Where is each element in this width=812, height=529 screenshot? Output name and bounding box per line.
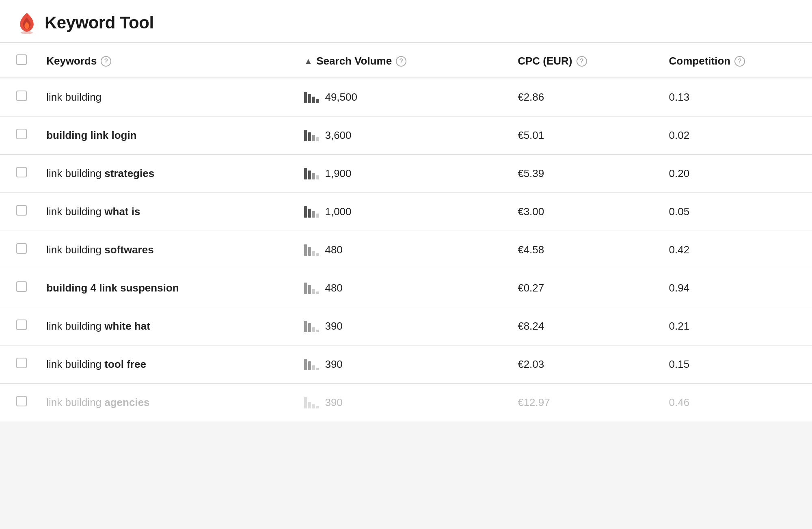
cpc-cell: €3.00 (510, 193, 661, 231)
volume-help-icon[interactable]: ? (396, 56, 406, 67)
competition-cell: 0.20 (661, 155, 812, 193)
keyword-table-container: Keywords ? ▲ Search Volume ? CPC (EUR) ? (0, 43, 812, 421)
row-checkbox[interactable] (16, 91, 27, 101)
keyword-bold-text: softwares (104, 244, 153, 256)
table-row: link building49,500€2.860.13 (0, 78, 812, 117)
volume-cell: 390 (296, 384, 510, 422)
volume-bar-icon (304, 168, 319, 179)
volume-bar-icon (304, 206, 319, 218)
keyword-cell: link building tool free (38, 345, 296, 384)
row-checkbox-cell (0, 78, 38, 117)
keyword-cell: link building softwares (38, 231, 296, 269)
row-checkbox-cell (0, 155, 38, 193)
cpc-help-icon[interactable]: ? (577, 56, 587, 67)
row-checkbox[interactable] (16, 320, 27, 330)
cpc-cell: €8.24 (510, 307, 661, 345)
volume-value: 49,500 (325, 91, 357, 104)
row-checkbox[interactable] (16, 396, 27, 406)
table-row: link building tool free390€2.030.15 (0, 345, 812, 384)
volume-cell: 1,000 (296, 193, 510, 231)
row-checkbox-cell (0, 269, 38, 307)
keywords-col-label: Keywords (46, 55, 97, 67)
cpc-cell: €5.01 (510, 117, 661, 155)
row-checkbox-cell (0, 193, 38, 231)
row-checkbox-cell (0, 307, 38, 345)
keyword-bold-text: tool free (104, 358, 146, 370)
keyword-table: Keywords ? ▲ Search Volume ? CPC (EUR) ? (0, 43, 812, 421)
row-checkbox-cell (0, 345, 38, 384)
header-volume[interactable]: ▲ Search Volume ? (296, 43, 510, 78)
keyword-cell: link building strategies (38, 155, 296, 193)
row-checkbox-cell (0, 117, 38, 155)
keywords-help-icon[interactable]: ? (101, 56, 111, 67)
table-body: link building49,500€2.860.13building lin… (0, 78, 812, 421)
keyword-prefix-text: link building (46, 244, 104, 256)
volume-cell: 49,500 (296, 78, 510, 117)
competition-help-icon[interactable]: ? (734, 56, 745, 67)
keyword-bold-text: white hat (104, 320, 150, 332)
cpc-cell: €4.58 (510, 231, 661, 269)
table-row: link building what is1,000€3.000.05 (0, 193, 812, 231)
keyword-cell: link building what is (38, 193, 296, 231)
cpc-cell: €2.03 (510, 345, 661, 384)
header-keywords: Keywords ? (38, 43, 296, 78)
volume-col-label: Search Volume (316, 55, 392, 67)
header-competition: Competition ? (661, 43, 812, 78)
competition-cell: 0.42 (661, 231, 812, 269)
volume-bar-icon (304, 244, 319, 256)
competition-cell: 0.15 (661, 345, 812, 384)
keyword-text: building link login (46, 129, 136, 141)
header-checkbox-col (0, 43, 38, 78)
row-checkbox[interactable] (16, 129, 27, 139)
keyword-cell: building link login (38, 117, 296, 155)
volume-cell: 390 (296, 307, 510, 345)
volume-cell: 3,600 (296, 117, 510, 155)
volume-value: 1,000 (325, 205, 351, 218)
volume-cell: 1,900 (296, 155, 510, 193)
flame-logo (16, 11, 37, 34)
competition-cell: 0.21 (661, 307, 812, 345)
competition-cell: 0.02 (661, 117, 812, 155)
volume-bar-icon (304, 92, 319, 103)
row-checkbox[interactable] (16, 205, 27, 216)
cpc-cell: €2.86 (510, 78, 661, 117)
sort-arrow-icon: ▲ (304, 56, 312, 66)
keyword-prefix-text: link building (46, 320, 104, 332)
select-all-checkbox[interactable] (16, 54, 27, 65)
table-row: building link login3,600€5.010.02 (0, 117, 812, 155)
cpc-col-label: CPC (EUR) (518, 55, 572, 67)
volume-cell: 480 (296, 231, 510, 269)
keyword-prefix-text: link building (46, 396, 104, 408)
volume-bar-icon (304, 359, 319, 370)
volume-bar-icon (304, 321, 319, 332)
volume-value: 480 (325, 282, 342, 294)
keyword-cell: link building agencies (38, 384, 296, 422)
row-checkbox[interactable] (16, 281, 27, 292)
competition-cell: 0.94 (661, 269, 812, 307)
row-checkbox[interactable] (16, 167, 27, 177)
volume-bar-icon (304, 130, 319, 141)
keyword-cell: link building (38, 78, 296, 117)
row-checkbox[interactable] (16, 243, 27, 254)
competition-col-label: Competition (669, 55, 731, 67)
table-row: link building agencies390€12.970.46 (0, 384, 812, 422)
keyword-text: link building (46, 91, 102, 103)
keyword-text: building 4 link suspension (46, 282, 179, 294)
row-checkbox-cell (0, 231, 38, 269)
row-checkbox-cell (0, 384, 38, 422)
competition-cell: 0.46 (661, 384, 812, 422)
volume-cell: 390 (296, 345, 510, 384)
keyword-bold-text: what is (104, 205, 140, 218)
keyword-cell: link building white hat (38, 307, 296, 345)
cpc-cell: €0.27 (510, 269, 661, 307)
volume-value: 1,900 (325, 167, 351, 180)
volume-bar-icon (304, 283, 319, 294)
app-header: Keyword Tool (0, 0, 812, 43)
volume-value: 480 (325, 244, 342, 256)
volume-value: 390 (325, 358, 342, 371)
keyword-prefix-text: link building (46, 205, 104, 218)
row-checkbox[interactable] (16, 358, 27, 368)
keyword-bold-text: strategies (104, 167, 154, 179)
volume-bar-icon (304, 397, 319, 408)
header-cpc: CPC (EUR) ? (510, 43, 661, 78)
